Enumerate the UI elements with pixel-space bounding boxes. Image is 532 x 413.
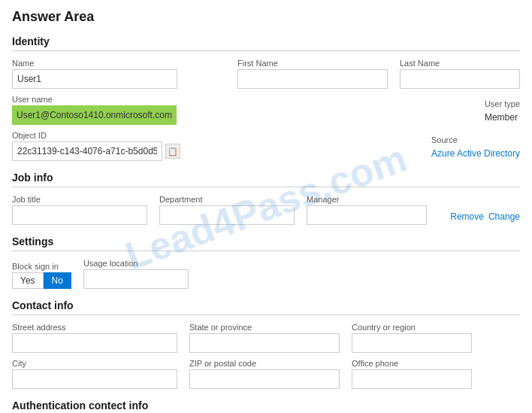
streetaddress-field: Street address bbox=[12, 323, 177, 353]
jobinfo-section: Job info Job title Department Manager Re… bbox=[12, 172, 520, 225]
contactinfo-section: Contact info Street address State or pro… bbox=[12, 299, 520, 389]
officephone-input[interactable] bbox=[352, 369, 472, 389]
department-input[interactable] bbox=[159, 205, 295, 225]
streetaddress-input[interactable] bbox=[12, 333, 177, 353]
manager-field: Manager bbox=[307, 195, 438, 225]
blocksignin-label: Block sign in bbox=[12, 262, 71, 271]
objectid-field: Object ID 📋 bbox=[12, 131, 180, 161]
city-label: City bbox=[12, 359, 177, 368]
lastname-input[interactable] bbox=[400, 69, 520, 89]
zipcode-label: ZIP or postal code bbox=[189, 359, 340, 368]
settings-section-title: Settings bbox=[12, 235, 520, 251]
blocksignin-toggle: Yes No bbox=[12, 272, 71, 289]
objectid-input[interactable] bbox=[12, 141, 162, 161]
stateorprovince-input[interactable] bbox=[189, 333, 340, 353]
identity-section: Identity Name First Name Last Name User … bbox=[12, 35, 520, 161]
usagelocation-field: Usage location bbox=[83, 259, 189, 289]
page-title: Answer Area bbox=[12, 9, 520, 25]
no-button[interactable]: No bbox=[44, 272, 71, 289]
username-value: User1@Contoso1410.onmicrosoft.com bbox=[12, 105, 177, 125]
city-field: City bbox=[12, 359, 177, 389]
countryorregion-label: Country or region bbox=[352, 323, 472, 332]
jobtitle-label: Job title bbox=[12, 195, 147, 204]
change-link[interactable]: Change bbox=[488, 211, 520, 222]
usagelocation-input[interactable] bbox=[83, 269, 189, 289]
name-field: Name bbox=[12, 59, 177, 89]
countryorregion-input[interactable] bbox=[352, 333, 472, 353]
remove-link[interactable]: Remove bbox=[450, 211, 484, 222]
countryorregion-field: Country or region bbox=[352, 323, 472, 353]
source-label: Source bbox=[431, 135, 520, 144]
username-field: User name User1@Contoso1410.onmicrosoft.… bbox=[12, 95, 177, 125]
jobinfo-section-title: Job info bbox=[12, 172, 520, 187]
stateorprovince-field: State or province bbox=[189, 323, 340, 353]
usertype-field: User type Member bbox=[485, 99, 520, 125]
usertype-value: Member bbox=[485, 110, 520, 125]
name-label: Name bbox=[12, 59, 177, 68]
lastname-field: Last Name bbox=[400, 59, 520, 89]
copy-icon[interactable]: 📋 bbox=[165, 144, 180, 159]
source-field: Source Azure Active Directory bbox=[431, 135, 520, 161]
firstname-label: First Name bbox=[237, 59, 388, 68]
authcontactinfo-section: Authentication contect info Phone Email … bbox=[12, 399, 520, 413]
blocksignin-field: Block sign in Yes No bbox=[12, 262, 71, 289]
manager-label: Manager bbox=[307, 195, 438, 204]
identity-section-title: Identity bbox=[12, 35, 520, 51]
officephone-label: Office phone bbox=[352, 359, 472, 368]
jobtitle-input[interactable] bbox=[12, 205, 147, 225]
zipcode-input[interactable] bbox=[189, 369, 340, 389]
objectid-label: Object ID bbox=[12, 131, 180, 140]
streetaddress-label: Street address bbox=[12, 323, 177, 332]
stateorprovince-label: State or province bbox=[189, 323, 340, 332]
manager-input[interactable] bbox=[307, 205, 427, 225]
usagelocation-label: Usage location bbox=[83, 259, 189, 268]
jobtitle-field: Job title bbox=[12, 195, 147, 225]
authcontactinfo-section-title: Authentication contect info bbox=[12, 399, 520, 413]
remove-change-links: Remove Change bbox=[450, 211, 520, 225]
officephone-field: Office phone bbox=[352, 359, 472, 389]
zipcode-field: ZIP or postal code bbox=[189, 359, 340, 389]
yes-button[interactable]: Yes bbox=[12, 272, 44, 289]
city-input[interactable] bbox=[12, 369, 177, 389]
firstname-input[interactable] bbox=[237, 69, 388, 89]
source-value[interactable]: Azure Active Directory bbox=[431, 146, 520, 161]
department-field: Department bbox=[159, 195, 295, 225]
lastname-label: Last Name bbox=[400, 59, 520, 68]
settings-section: Settings Block sign in Yes No Usage loca… bbox=[12, 235, 520, 289]
firstname-field: First Name bbox=[237, 59, 388, 89]
contactinfo-section-title: Contact info bbox=[12, 299, 520, 315]
usertype-label: User type bbox=[485, 99, 520, 108]
name-input[interactable] bbox=[12, 69, 177, 89]
username-label: User name bbox=[12, 95, 177, 104]
department-label: Department bbox=[159, 195, 295, 204]
